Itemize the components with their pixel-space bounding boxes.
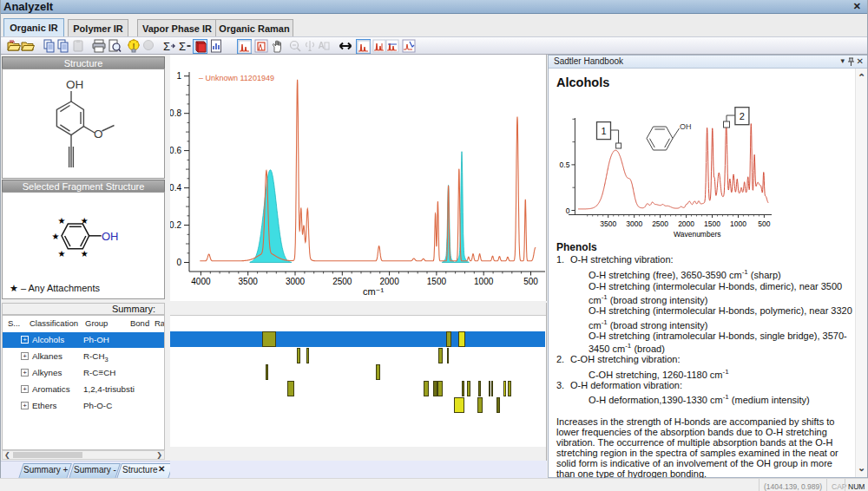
- svg-text:0.2: 0.2: [170, 220, 181, 230]
- svg-text:2: 2: [740, 111, 745, 121]
- svg-text:1000: 1000: [474, 277, 494, 286]
- svg-text:2000: 2000: [678, 219, 694, 228]
- svg-text:O: O: [94, 128, 103, 141]
- svg-text:1000: 1000: [730, 219, 746, 228]
- svg-text:2000: 2000: [379, 277, 399, 286]
- svg-text:Wavenumbers: Wavenumbers: [674, 230, 720, 239]
- svg-text:3000: 3000: [626, 219, 642, 228]
- svg-text:1: 1: [176, 71, 181, 81]
- svg-text:OH: OH: [680, 122, 692, 131]
- svg-text:0.5: 0.5: [560, 160, 570, 169]
- svg-text:OH: OH: [102, 230, 119, 243]
- svg-text:★: ★: [57, 216, 65, 226]
- svg-text:3000: 3000: [286, 277, 306, 286]
- svg-text:3500: 3500: [239, 277, 259, 286]
- svg-text:★ – Any Attachments: ★ – Any Attachments: [10, 283, 101, 293]
- svg-text:500: 500: [758, 219, 770, 228]
- svg-text:OH: OH: [66, 78, 83, 91]
- svg-text:★: ★: [52, 232, 60, 241]
- svg-text:★: ★: [81, 249, 89, 259]
- svg-text:500: 500: [523, 277, 538, 286]
- svg-text:★: ★: [81, 216, 89, 226]
- svg-text:0.8: 0.8: [170, 108, 181, 118]
- svg-text:A: A: [318, 41, 324, 50]
- svg-text:★: ★: [57, 249, 65, 259]
- svg-text:Σ: Σ: [178, 40, 185, 53]
- svg-text:0: 0: [566, 206, 570, 215]
- svg-text:1500: 1500: [427, 277, 447, 286]
- svg-text:2500: 2500: [332, 277, 352, 286]
- svg-text:0.4: 0.4: [170, 183, 181, 193]
- svg-text:!: !: [132, 42, 135, 50]
- svg-text:2500: 2500: [652, 219, 668, 228]
- svg-text:1: 1: [601, 126, 606, 136]
- svg-text:Σ: Σ: [162, 40, 169, 53]
- svg-text:1500: 1500: [704, 219, 720, 228]
- svg-text:0: 0: [176, 258, 181, 267]
- svg-text:3500: 3500: [600, 219, 616, 228]
- svg-text:4000: 4000: [191, 277, 211, 286]
- svg-text:– Unknown 11201949: – Unknown 11201949: [199, 74, 274, 82]
- svg-text:0.6: 0.6: [170, 146, 181, 155]
- svg-text:cm⁻¹: cm⁻¹: [363, 286, 384, 297]
